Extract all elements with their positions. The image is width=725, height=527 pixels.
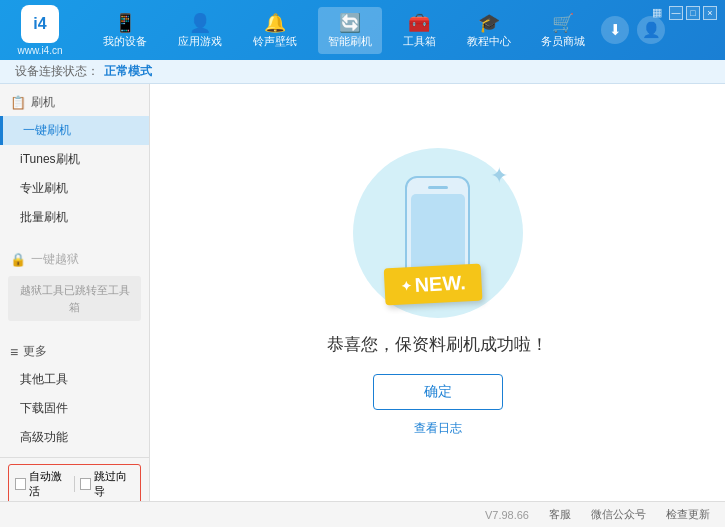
success-illustration: ✦ ✦ NEW. bbox=[353, 148, 523, 318]
status-prefix: 设备连接状态： bbox=[15, 63, 99, 80]
sidebar-item-download-firmware[interactable]: 下载固件 bbox=[0, 394, 149, 423]
jailbreak-notice: 越狱工具已跳转至工具箱 bbox=[8, 276, 141, 321]
content-area: ✦ ✦ NEW. 恭喜您，保资料刷机成功啦！ 确定 bbox=[150, 84, 725, 501]
window-controls: ▦ — □ × bbox=[652, 6, 717, 20]
footer-version: V7.98.66 bbox=[485, 509, 529, 521]
footer-check-update[interactable]: 检查更新 bbox=[666, 507, 710, 522]
sidebar-item-advanced[interactable]: 高级功能 bbox=[0, 423, 149, 452]
minimize-button[interactable]: — bbox=[669, 6, 683, 20]
sidebar-section-jailbreak: 🔒 一键越狱 越狱工具已跳转至工具箱 bbox=[0, 241, 149, 329]
sparkle-icon: ✦ bbox=[490, 163, 508, 189]
nav-my-device[interactable]: 📱 我的设备 bbox=[93, 7, 157, 54]
status-bar: 设备连接状态： 正常模式 bbox=[0, 60, 725, 84]
footer-customer-service[interactable]: 客服 bbox=[549, 507, 571, 522]
footer-wechat[interactable]: 微信公众号 bbox=[591, 507, 646, 522]
main-nav: 📱 我的设备 👤 应用游戏 🔔 铃声壁纸 🔄 智能刷机 🧰 工具箱 🎓 教程中心… bbox=[88, 7, 601, 54]
sidebar-header-flash: 📋 刷机 bbox=[0, 89, 149, 116]
sidebar-item-batch-flash[interactable]: 批量刷机 bbox=[0, 203, 149, 232]
flash-icon: 📋 bbox=[10, 95, 26, 110]
phone-circle: ✦ ✦ NEW. bbox=[353, 148, 523, 318]
wifi-icon: ▦ bbox=[652, 6, 662, 20]
sidebar-item-itunes-flash[interactable]: iTunes刷机 bbox=[0, 145, 149, 174]
nav-tutorials[interactable]: 🎓 教程中心 bbox=[457, 7, 521, 54]
sidebar-item-pro-flash[interactable]: 专业刷机 bbox=[0, 174, 149, 203]
nav-service[interactable]: 🛒 务员商城 bbox=[531, 7, 595, 54]
sidebar-header-jailbreak: 🔒 一键越狱 bbox=[0, 246, 149, 273]
auto-options-bar: 自动激活 跳过向导 bbox=[8, 464, 141, 501]
success-text: 恭喜您，保资料刷机成功啦！ bbox=[327, 333, 548, 356]
close-button[interactable]: × bbox=[703, 6, 717, 20]
top-right-actions: ⬇ 👤 bbox=[601, 16, 665, 44]
phone-screen bbox=[411, 194, 465, 274]
status-mode: 正常模式 bbox=[104, 63, 152, 80]
nav-app-games[interactable]: 👤 应用游戏 bbox=[168, 7, 232, 54]
app-logo: i4 www.i4.cn bbox=[10, 5, 70, 56]
sidebar-item-other-tools[interactable]: 其他工具 bbox=[0, 365, 149, 394]
nav-ringtones[interactable]: 🔔 铃声壁纸 bbox=[243, 7, 307, 54]
sidebar: 📋 刷机 一键刷机 iTunes刷机 专业刷机 批量刷机 🔒 一键越狱 bbox=[0, 84, 150, 501]
logo-char: i4 bbox=[33, 15, 46, 33]
more-icon: ≡ bbox=[10, 344, 18, 360]
device-section: 自动激活 跳过向导 📱 iPhone 15 Pro Max 512GB iPho… bbox=[0, 457, 149, 501]
sidebar-section-flash: 📋 刷机 一键刷机 iTunes刷机 专业刷机 批量刷机 bbox=[0, 84, 149, 237]
user-icon[interactable]: 👤 bbox=[637, 16, 665, 44]
maximize-button[interactable]: □ bbox=[686, 6, 700, 20]
sidebar-item-one-key-flash[interactable]: 一键刷机 bbox=[0, 116, 149, 145]
sidebar-section-more: ≡ 更多 其他工具 下载固件 高级功能 bbox=[0, 333, 149, 457]
view-log-link[interactable]: 查看日志 bbox=[414, 420, 462, 437]
logo-sub: www.i4.cn bbox=[17, 45, 62, 56]
auto-activate-checkbox[interactable]: 自动激活 bbox=[15, 469, 69, 499]
nav-tools[interactable]: 🧰 工具箱 bbox=[393, 7, 446, 54]
footer: V7.98.66 客服 微信公众号 检查更新 bbox=[0, 501, 725, 527]
download-icon[interactable]: ⬇ bbox=[601, 16, 629, 44]
skip-guide-checkbox[interactable]: 跳过向导 bbox=[80, 469, 134, 499]
sidebar-header-more: ≡ 更多 bbox=[0, 338, 149, 365]
nav-smart-flash[interactable]: 🔄 智能刷机 bbox=[318, 7, 382, 54]
confirm-button[interactable]: 确定 bbox=[373, 374, 503, 410]
new-badge: ✦ NEW. bbox=[384, 266, 481, 303]
jailbreak-lock-icon: 🔒 bbox=[10, 252, 26, 267]
